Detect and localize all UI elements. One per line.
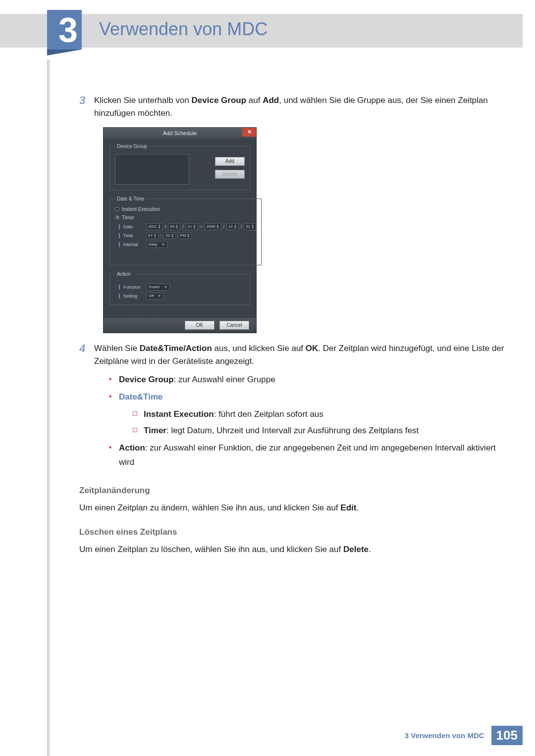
t: : zur Auswahl einer Funktion, die zur an… <box>119 443 496 467</box>
t: Wählen Sie <box>94 344 140 353</box>
function-select[interactable]: Power▼ <box>146 284 170 291</box>
dialog-titlebar: Add Schedule ✕ <box>104 128 256 139</box>
date-day1[interactable]: 11▲▼ <box>186 223 198 230</box>
t: : zur Auswahl einer Gruppe <box>174 375 275 384</box>
t: : führt den Zeitplan sofort aus <box>214 409 323 419</box>
device-group-buttons: Add Delete <box>215 154 245 179</box>
content: 3 Klicken Sie unterhalb von Device Group… <box>79 94 505 556</box>
time-minute[interactable]: 22▲▼ <box>163 232 176 239</box>
setting-select[interactable]: Off▼ <box>146 293 163 300</box>
delete-schedule-heading: Löschen eines Zeitplans <box>79 527 505 537</box>
function-row: Function Power▼ <box>119 284 245 291</box>
time-ampm[interactable]: PM▲▼ <box>178 232 192 239</box>
list-item: Instant Execution: führt den Zeitplan so… <box>133 407 505 422</box>
delete-schedule-text: Um einen Zeitplan zu löschen, wählen Sie… <box>79 543 505 556</box>
radio-icon <box>115 215 119 220</box>
add-button[interactable]: Add <box>215 157 245 166</box>
step-3: 3 Klicken Sie unterhalb von Device Group… <box>79 94 505 120</box>
close-icon[interactable]: ✕ <box>242 128 256 137</box>
date-month2[interactable]: 12▲▼ <box>226 223 239 230</box>
footer: 3 Verwenden von MDC 105 <box>405 726 523 745</box>
interval-select[interactable]: Daily▼ <box>146 241 167 248</box>
date-year2[interactable]: 2099▲▼ <box>205 223 221 230</box>
tilde: ~ <box>200 224 203 229</box>
chapter-badge: 3 <box>47 10 82 50</box>
device-group-listbox[interactable] <box>115 154 189 185</box>
date-month1[interactable]: 04▲▼ <box>168 223 180 230</box>
time-hour[interactable]: 07▲▼ <box>146 232 159 239</box>
chapter-title: Verwenden von MDC <box>99 19 268 40</box>
date-day2[interactable]: 31▲▼ <box>244 223 256 230</box>
legend: Device Group <box>115 144 149 149</box>
chapter-number: 3 <box>58 13 78 48</box>
radio-icon <box>115 207 119 211</box>
step-body: Wählen Sie Date&Time/Action aus, und kli… <box>94 342 505 473</box>
list-item: Date&Time Instant Execution: führt den Z… <box>109 390 505 438</box>
legend: Action <box>115 271 133 277</box>
setting-row: Setting Off▼ <box>119 293 245 300</box>
step-number: 4 <box>79 342 94 473</box>
instant-execution-radio[interactable]: Instant Execution <box>115 206 256 212</box>
setting-label: Setting <box>123 294 144 299</box>
interval-row: Interval Daily▼ <box>119 241 256 248</box>
dialog-footer: OK Cancel <box>104 318 256 333</box>
left-stripe <box>47 59 50 756</box>
t: Um einen Zeitplan zu löschen, wählen Sie… <box>79 545 343 554</box>
t: Edit <box>340 503 356 512</box>
list-item: Device Group: zur Auswahl einer Gruppe <box>109 373 505 387</box>
device-group-fieldset: Device Group Add Delete <box>109 144 250 190</box>
cancel-button[interactable]: Cancel <box>219 321 249 330</box>
dialog-figure: Add Schedule ✕ Device Group Add Delete D… <box>103 127 505 333</box>
t: Date&Time <box>119 392 163 402</box>
time-row: Time 07▲▼ : 22▲▼ PM▲▼ <box>119 232 256 239</box>
page-number: 105 <box>491 726 523 745</box>
t: Instant Execution <box>144 409 214 419</box>
time-label: Time <box>123 233 144 238</box>
list-item: Action: zur Auswahl einer Funktion, die … <box>109 441 505 470</box>
list-item: Timer: legt Datum, Uhrzeit und Intervall… <box>133 424 505 438</box>
t: auf <box>246 96 263 105</box>
t: Timer <box>144 426 166 435</box>
action-fieldset: Action Function Power▼ Setting Off▼ <box>109 271 250 305</box>
dialog-title: Add Schedule <box>163 130 197 136</box>
step-number: 3 <box>79 94 94 120</box>
t: OK <box>306 344 319 353</box>
t: : legt Datum, Uhrzeit und Intervall zur … <box>166 426 419 435</box>
dialog-body: Device Group Add Delete Date & Time Inst… <box>104 139 256 318</box>
radio-label: Instant Execution <box>122 206 160 212</box>
edit-schedule-heading: Zeitplanänderung <box>79 486 505 496</box>
t: Add <box>263 96 279 105</box>
t: . <box>369 545 371 554</box>
t: Klicken Sie unterhalb von <box>94 96 192 105</box>
t: . <box>356 503 359 512</box>
step-4: 4 Wählen Sie Date&Time/Action aus, und k… <box>79 342 505 473</box>
radio-label: Timer <box>122 215 134 220</box>
footer-label: 3 Verwenden von MDC <box>405 731 484 740</box>
t: Device Group <box>119 375 174 384</box>
legend: Date & Time <box>115 196 146 202</box>
date-label: Date <box>123 224 144 229</box>
edit-schedule-text: Um einen Zeitplan zu ändern, wählen Sie … <box>79 502 505 514</box>
add-schedule-dialog: Add Schedule ✕ Device Group Add Delete D… <box>103 127 257 333</box>
datetime-fieldset: Date & Time Instant Execution Timer Date… <box>109 196 262 265</box>
t: Action <box>119 443 145 453</box>
ok-button[interactable]: OK <box>185 321 214 330</box>
t: Delete <box>343 545 369 554</box>
sub-list: Instant Execution: führt den Zeitplan so… <box>133 407 505 438</box>
timer-radio[interactable]: Timer <box>115 215 256 220</box>
t: aus, und klicken Sie auf <box>212 344 306 353</box>
t: Device Group <box>192 96 247 105</box>
date-year1[interactable]: 2011▲▼ <box>146 223 163 230</box>
function-label: Function <box>123 285 144 290</box>
t: Date&Time/Action <box>140 344 212 353</box>
delete-button: Delete <box>215 170 245 179</box>
step-body: Klicken Sie unterhalb von Device Group a… <box>94 94 505 120</box>
interval-label: Interval <box>123 242 144 247</box>
t: Um einen Zeitplan zu ändern, wählen Sie … <box>79 503 340 512</box>
date-row: Date 2011▲▼ / 04▲▼ / 11▲▼ ~ 2099▲▼ / 12▲… <box>119 223 256 230</box>
bullet-list: Device Group: zur Auswahl einer Gruppe D… <box>109 373 505 469</box>
